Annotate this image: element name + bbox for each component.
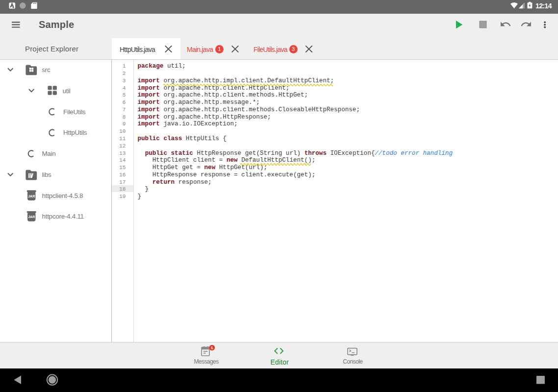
svg-text:5: 5 — [211, 345, 213, 350]
svg-text:JAR: JAR — [28, 215, 35, 219]
svg-text:JAR: JAR — [28, 195, 35, 198]
